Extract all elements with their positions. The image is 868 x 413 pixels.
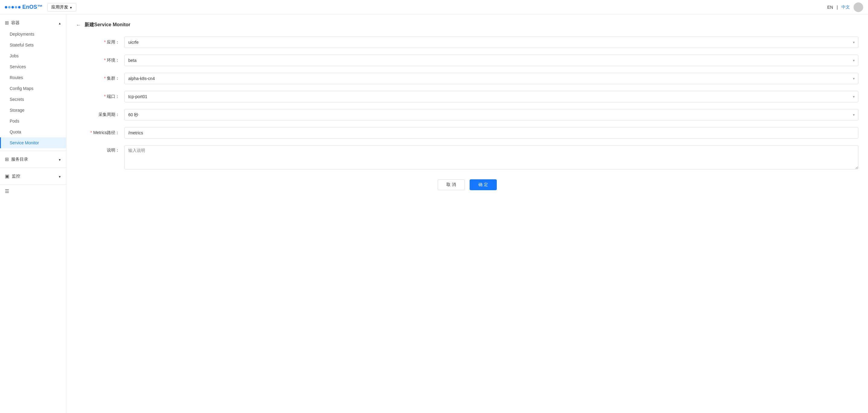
sidebar-container-header[interactable]: 容器 — [0, 17, 66, 29]
desc-control — [124, 145, 858, 170]
metrics-control — [124, 127, 858, 139]
form-actions: 取 消 确 定 — [76, 179, 858, 190]
env-select[interactable]: beta — [124, 55, 858, 66]
sidebar-service-catalog-label: 服务目录 — [11, 157, 28, 162]
service-catalog-icon — [5, 156, 9, 162]
cluster-label: * 集群： — [76, 76, 124, 81]
form-row-port: * 端口： tcp-port01 — [76, 91, 858, 102]
sidebar-item-service-monitor[interactable]: Service Monitor — [0, 137, 66, 148]
service-catalog-chevron-icon — [58, 157, 61, 162]
page-title: 新建Service Monitor — [85, 22, 130, 28]
back-button[interactable]: ← — [76, 22, 81, 28]
confirm-button[interactable]: 确 定 — [470, 179, 497, 190]
port-required-mark: * — [104, 94, 107, 99]
container-chevron-icon — [58, 21, 61, 25]
topnav-left: EnOS™ 应用开发 — [5, 3, 76, 11]
port-select[interactable]: tcp-port01 — [124, 91, 858, 102]
sidebar-toggle-icon[interactable] — [5, 189, 9, 194]
app-select[interactable]: uicrfe — [124, 36, 858, 48]
monitor-icon — [5, 173, 9, 179]
sidebar-item-storage[interactable]: Storage — [0, 105, 66, 116]
form-row-desc: 说明： — [76, 145, 858, 170]
sidebar-item-config-maps[interactable]: Config Maps — [0, 83, 66, 94]
form-row-cluster: * 集群： alpha-k8s-cn4 — [76, 73, 858, 84]
sidebar-service-catalog-header[interactable]: 服务目录 — [0, 153, 66, 165]
desc-textarea[interactable] — [124, 145, 858, 169]
logo: EnOS™ — [5, 4, 42, 10]
sidebar-item-jobs[interactable]: Jobs — [0, 51, 66, 61]
form-row-interval: 采集周期： 60 秒 — [76, 109, 858, 120]
logo-dot-4 — [15, 6, 17, 8]
page-header: ← 新建Service Monitor — [76, 22, 858, 28]
app-dev-dropdown-icon — [69, 5, 72, 10]
form-row-metrics: * Metrics路径： — [76, 127, 858, 139]
desc-label: 说明： — [76, 145, 124, 153]
sidebar-service-catalog-section: 服务目录 — [0, 151, 66, 168]
monitor-chevron-icon — [58, 174, 61, 179]
env-required-mark: * — [104, 58, 107, 62]
form-row-env: * 环境： beta — [76, 55, 858, 66]
topnav: EnOS™ 应用开发 EN | 中文 — [0, 0, 868, 14]
app-label: * 应用： — [76, 39, 124, 45]
sidebar-item-deployments[interactable]: Deployments — [0, 29, 66, 39]
sidebar-monitor-section: 监控 — [0, 168, 66, 184]
sidebar-item-pods[interactable]: Pods — [0, 116, 66, 126]
lang-en[interactable]: EN — [827, 5, 833, 10]
lang-sep: | — [837, 5, 838, 10]
form-row-app: * 应用： uicrfe — [76, 36, 858, 48]
interval-select[interactable]: 60 秒 — [124, 109, 858, 120]
sidebar-item-routes[interactable]: Routes — [0, 72, 66, 83]
logo-dot-5 — [18, 6, 21, 8]
form: * 应用： uicrfe * 环境： beta — [76, 36, 858, 190]
topnav-right: EN | 中文 — [827, 2, 863, 12]
sidebar-item-quota[interactable]: Quota — [0, 126, 66, 137]
logo-text: EnOS™ — [22, 4, 42, 10]
app-dev-label: 应用开发 — [51, 4, 68, 10]
port-control: tcp-port01 — [124, 91, 858, 102]
sidebar-item-secrets[interactable]: Secrets — [0, 94, 66, 105]
interval-label: 采集周期： — [76, 112, 124, 117]
metrics-required-mark: * — [91, 130, 93, 135]
avatar[interactable] — [854, 2, 863, 12]
sidebar-item-stateful-sets[interactable]: Stateful Sets — [0, 39, 66, 51]
lang-zh[interactable]: 中文 — [841, 4, 850, 10]
logo-dot-2 — [8, 6, 10, 8]
sidebar-item-services[interactable]: Services — [0, 61, 66, 72]
sidebar-bottom — [0, 184, 66, 198]
metrics-label: * Metrics路径： — [76, 130, 124, 136]
app-control: uicrfe — [124, 36, 858, 48]
interval-control: 60 秒 — [124, 109, 858, 120]
main-content: ← 新建Service Monitor * 应用： uicrfe — [66, 14, 868, 413]
layout: 容器 Deployments Stateful Sets Jobs Servic… — [0, 14, 868, 413]
sidebar-container-section: 容器 Deployments Stateful Sets Jobs Servic… — [0, 14, 66, 151]
cancel-button[interactable]: 取 消 — [438, 179, 465, 190]
env-control: beta — [124, 55, 858, 66]
logo-dots — [5, 6, 21, 8]
app-required-mark: * — [104, 39, 107, 45]
cluster-required-mark: * — [104, 76, 107, 81]
cluster-control: alpha-k8s-cn4 — [124, 73, 858, 84]
container-icon — [5, 20, 9, 26]
metrics-input[interactable] — [124, 127, 858, 139]
sidebar-monitor-label: 监控 — [12, 174, 20, 179]
app-dev-button[interactable]: 应用开发 — [48, 3, 76, 11]
env-label: * 环境： — [76, 58, 124, 63]
logo-dot-3 — [11, 6, 14, 8]
cluster-select[interactable]: alpha-k8s-cn4 — [124, 73, 858, 84]
sidebar: 容器 Deployments Stateful Sets Jobs Servic… — [0, 14, 66, 413]
sidebar-container-label: 容器 — [11, 20, 20, 26]
port-label: * 端口： — [76, 94, 124, 99]
logo-dot-1 — [5, 6, 7, 8]
sidebar-monitor-header[interactable]: 监控 — [0, 170, 66, 182]
